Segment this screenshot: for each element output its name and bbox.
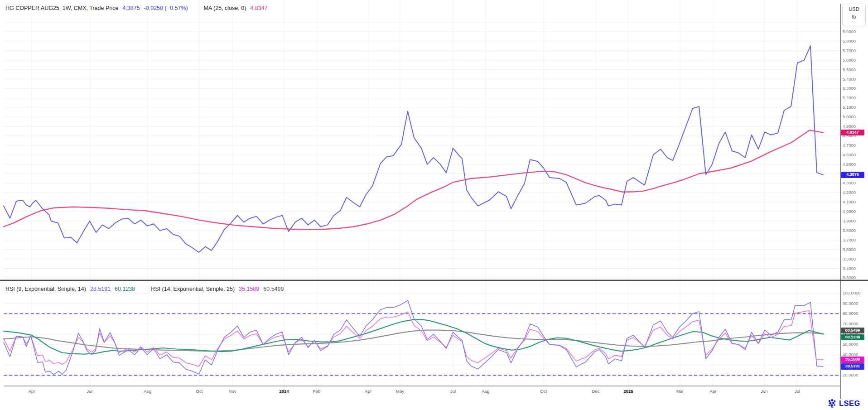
x-axis-label: May [396, 389, 404, 394]
lseg-logo: LSEG [827, 398, 860, 408]
price-axis-tick: 4.2000 [843, 190, 856, 195]
x-axis-label: Oct [196, 389, 203, 394]
rsi-legend: RSI (9, Exponential, Simple, 14) 28.5191… [5, 286, 288, 292]
rsi9-avg-legend-value: 60.1238 [115, 286, 135, 292]
price-axis-tick: 5.6000 [843, 58, 856, 63]
axis-unit-top: USD [843, 6, 865, 12]
rsi9-line [4, 300, 823, 375]
price-axis-tick: 5.7000 [843, 48, 856, 53]
price-axis-tick: 5.8000 [843, 39, 856, 43]
x-axis-label: Apr [365, 389, 372, 394]
rsi-axis-tick: 20.0000 [843, 373, 858, 377]
ma-legend-value: 4.8347 [250, 5, 267, 11]
x-axis-label: Jun [87, 389, 93, 394]
x-axis-label: Apr [29, 389, 35, 394]
x-axis-label: Jul [450, 389, 456, 394]
price-axis-tick: 3.3000 [843, 275, 856, 280]
rsi9-avg-badge: 60.1238 [841, 334, 864, 341]
pane-separator [0, 280, 868, 281]
price-axis-tick: 3.4000 [843, 266, 856, 271]
rsi14-avg-legend-value: 60.5499 [263, 286, 284, 292]
price-axis-tick: 4.1000 [843, 200, 856, 204]
price-axis-tick: 4.3000 [843, 181, 856, 185]
last-price-value: 4.3875 [122, 5, 140, 11]
lseg-logo-text: LSEG [839, 399, 860, 408]
x-axis-label: Jul [795, 389, 800, 394]
x-axis-label: Dec [592, 389, 600, 394]
axis-unit-bottom: lb [843, 14, 865, 19]
x-axis-label: 2025 [623, 389, 633, 394]
chart-canvas[interactable] [0, 0, 868, 410]
price-axis-tick: 5.1000 [843, 105, 856, 110]
rsi9-legend-label[interactable]: RSI (9, Exponential, Simple, 14) [5, 286, 86, 292]
rsi9-legend-value: 28.5191 [90, 286, 111, 292]
price-axis-tick: 4.9000 [843, 124, 856, 129]
x-axis-label: Feb [313, 389, 320, 394]
x-axis-label: Apr [710, 389, 717, 394]
x-axis-label: Mar [676, 389, 684, 394]
rsi14-legend-label[interactable]: RSI (14, Exponential, Simple, 25) [151, 286, 235, 292]
price-change-value: -0.0250 (−0.57%) [144, 5, 188, 11]
price-axis-tick: 3.7000 [843, 238, 856, 242]
price-axis-tick: 5.4000 [843, 77, 856, 82]
rsi14_avg-line [4, 330, 823, 352]
price-axis-tick: 5.5000 [843, 68, 856, 72]
x-axis-label: Oct [540, 389, 547, 394]
price-axis-tick: 3.6000 [843, 247, 856, 252]
x-axis-label: Aug [144, 389, 152, 394]
price-axis-tick: 5.0000 [843, 115, 856, 119]
price-axis-tick: 5.9000 [843, 29, 856, 34]
price-axis-tick: 5.3000 [843, 86, 856, 91]
axis-unit-box[interactable]: USD lb [842, 4, 866, 26]
chart-app: HG COPPER AUG25, 1W, CMX, Trade Price 4.… [0, 0, 868, 410]
trade_price-line [4, 46, 823, 252]
rsi-axis-tick: 50.0000 [843, 342, 858, 347]
x-axis-label: Jun [761, 389, 767, 394]
price-axis-tick: 3.8000 [843, 228, 856, 233]
price-axis-tick: 4.7000 [843, 143, 856, 148]
lseg-crest-icon [827, 398, 837, 408]
price-axis-tick: 4.5000 [843, 162, 856, 167]
ma-value-badge: 4.8347 [841, 130, 864, 136]
price-axis-tick: 3.5000 [843, 257, 856, 261]
x-axis-label: 2024 [279, 389, 289, 394]
rsi14-legend-value: 35.1589 [239, 286, 259, 292]
x-axis-label: Nov [229, 389, 236, 394]
x-axis-label: Aug [482, 389, 490, 394]
price-legend: HG COPPER AUG25, 1W, CMX, Trade Price 4.… [5, 5, 272, 11]
price-axis-tick: 4.0000 [843, 209, 856, 214]
rsi-axis-tick: 70.0000 [843, 322, 858, 326]
instrument-title[interactable]: HG COPPER AUG25, 1W, CMX, Trade Price [5, 5, 118, 11]
price-axis-tick: 5.2000 [843, 96, 856, 100]
last-price-badge: 4.3875 [841, 172, 864, 178]
rsi14-avg-badge: 60.5499 [841, 328, 864, 334]
ma-legend-label[interactable]: MA (25, close, 0) [204, 5, 246, 11]
price-axis-tick: 4.6000 [843, 153, 856, 157]
rsi-axis-tick: 90.0000 [843, 301, 858, 306]
price-axis-tick: 3.9000 [843, 219, 856, 223]
rsi14-badge: 35.1589 [841, 357, 864, 363]
rsi9-badge: 28.5191 [841, 363, 864, 370]
rsi-axis-tick: 80.0000 [843, 311, 858, 316]
rsi-axis-tick: 100.0000 [843, 291, 861, 295]
